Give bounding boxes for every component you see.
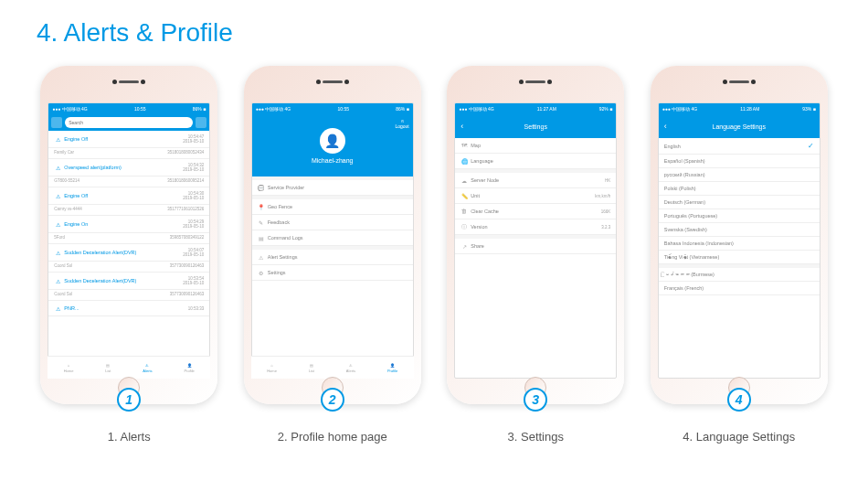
settings-title: Settings	[524, 123, 547, 130]
alert-device: 5Ford359857080349122	[48, 233, 209, 244]
filter-icon[interactable]	[51, 117, 62, 128]
lang-title: Language Settings	[713, 123, 766, 130]
profile-item[interactable]: 💬Service Provider	[252, 180, 413, 196]
language-item[interactable]: Español (Spanish)	[659, 155, 820, 168]
language-item[interactable]: Bahasa Indonesia (Indonesian)	[659, 237, 820, 251]
alert-row[interactable]: ⚠Sudden Deceleration Alert(DVR)10:54:072…	[48, 244, 209, 262]
profile-item[interactable]: ✎Feedback	[252, 215, 413, 230]
profile-header: ⎋Logout Michael-zhang	[252, 114, 413, 176]
profile-item[interactable]: ⚠Alert Settings	[252, 250, 413, 265]
alert-row[interactable]: ⚠Overspeed alert(platform)10:54:322019-0…	[48, 159, 209, 176]
username: Michael-zhang	[312, 157, 354, 164]
calendar-icon[interactable]	[196, 117, 206, 128]
phone-row: ●●● 中国移动 4G10:5586% ■ ⚠Engine Off10:54:4…	[0, 48, 868, 404]
language-item[interactable]: Français (French)	[659, 282, 820, 295]
search-input[interactable]	[65, 117, 193, 128]
badge-4: 4	[727, 388, 751, 412]
back-icon[interactable]: ‹	[460, 122, 463, 131]
language-item[interactable]: Português (Portuguese)	[659, 209, 820, 223]
search-bar	[48, 114, 209, 131]
alert-row[interactable]: ⚠Engine On10:54:292019-05-10	[48, 216, 209, 233]
phone-2: ●●● 中国移动 4G10:5586% ■ ⎋Logout Michael-zh…	[244, 66, 421, 404]
caption-3: 3. Settings	[454, 430, 617, 444]
alert-row[interactable]: ⚠Engine Off10:54:302019-05-10	[48, 187, 209, 205]
language-item[interactable]: မြန်မာဘာသာ (Burmese)	[659, 268, 820, 282]
profile-item[interactable]: ▤Command Logs	[252, 230, 413, 246]
settings-item[interactable]: 🗺Map	[455, 138, 616, 154]
check-icon: ✓	[808, 142, 814, 150]
badge-1: 1	[117, 388, 141, 412]
settings-item[interactable]: 📏Unitkm,km/h	[455, 188, 616, 204]
logout-button[interactable]: ⎋Logout	[395, 118, 408, 129]
alert-row[interactable]: ⚠Sudden Deceleration Alert(DVR)10:53:542…	[48, 273, 209, 290]
phone-3: ●●● 中国移动 4G11:27 AM92% ■ ‹Settings 🗺Map🌐…	[447, 66, 624, 404]
language-item[interactable]: Polski (Polish)	[659, 182, 820, 196]
caption-2: 2. Profile home page	[251, 430, 414, 444]
badge-2: 2	[321, 388, 344, 412]
back-icon[interactable]: ‹	[664, 122, 667, 131]
language-item[interactable]: Svenska (Swedish)	[659, 223, 820, 237]
avatar[interactable]	[320, 128, 345, 154]
alert-row[interactable]: ⚠Engine Off10:54:472019-05-10	[48, 131, 209, 148]
language-item[interactable]: Deutsch (German)	[659, 196, 820, 209]
tab-alerts[interactable]: ⚠Alerts	[346, 363, 355, 373]
alert-device: Family Car3518018080052434	[48, 148, 209, 159]
phone-4: ●●● 中国移动 4G11:28 AM93% ■ ‹Language Setti…	[651, 66, 828, 404]
settings-item[interactable]: 🗑Clear Cache166K	[455, 204, 616, 219]
alert-device: Camry vs-44443517771061012526	[48, 205, 209, 216]
tab-alerts[interactable]: ⚠Alerts	[143, 363, 152, 373]
language-item[interactable]: Tiếng Việt (Vietnamese)	[659, 251, 820, 264]
profile-item[interactable]: 📍Geo Fence	[252, 199, 413, 215]
phone-1: ●●● 中国移动 4G10:5586% ■ ⚠Engine Off10:54:4…	[40, 66, 217, 404]
language-item[interactable]: русский (Russian)	[659, 168, 820, 182]
settings-item[interactable]: ☁Server NodeHK	[455, 173, 616, 188]
alert-device: Coord Sul357730090126463	[48, 262, 209, 273]
tab-home[interactable]: ⌂Home	[267, 363, 277, 373]
alert-device: GT800-552143518018060095214	[48, 176, 209, 187]
settings-item[interactable]: ↗Share	[455, 239, 616, 254]
badge-3: 3	[524, 388, 547, 412]
tab-home[interactable]: ⌂Home	[64, 363, 74, 373]
caption-1: 1. Alerts	[48, 430, 210, 444]
caption-4: 4. Language Settings	[658, 430, 820, 444]
tab-list[interactable]: ▤List	[105, 363, 111, 373]
alert-device: Coord Sul357730090126463	[48, 290, 209, 301]
tab-profile[interactable]: 👤Profile	[387, 363, 397, 373]
tab-list[interactable]: ▤List	[309, 363, 314, 373]
settings-item[interactable]: ⓘVersion3.2.3	[455, 219, 616, 235]
page-title: 4. Alerts & Profile	[0, 0, 868, 48]
language-item[interactable]: English✓	[659, 138, 820, 155]
tab-profile[interactable]: 👤Profile	[184, 363, 194, 373]
profile-item[interactable]: ⚙Settings	[252, 265, 413, 281]
settings-item[interactable]: 🌐Language	[455, 154, 616, 169]
